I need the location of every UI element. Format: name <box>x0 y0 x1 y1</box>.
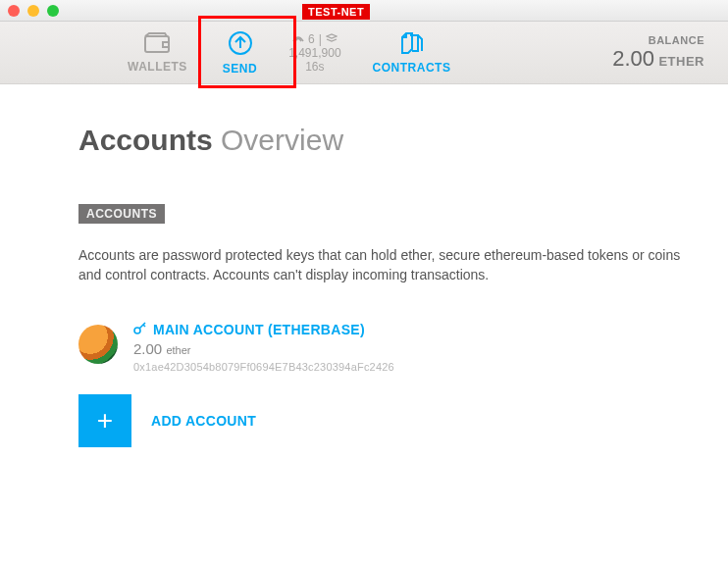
nav-wallets[interactable]: WALLETS <box>110 22 205 83</box>
minimize-window-button[interactable] <box>27 5 39 17</box>
add-account-label[interactable]: ADD ACCOUNT <box>151 413 256 429</box>
account-item[interactable]: MAIN ACCOUNT (ETHERBASE) 2.00 ether 0x1a… <box>78 321 681 373</box>
contracts-icon <box>398 31 424 59</box>
network-status: 6 | 1,491,900 16s <box>275 32 354 74</box>
main-content: Accounts Overview ACCOUNTS Accounts are … <box>0 84 728 447</box>
maximize-window-button[interactable] <box>47 5 59 17</box>
account-balance: 2.00 ether <box>133 340 681 357</box>
send-icon <box>228 30 253 60</box>
wallet-icon <box>143 32 171 58</box>
svg-rect-0 <box>145 36 169 52</box>
peer-count: 6 <box>308 32 315 46</box>
plus-icon: + <box>97 405 113 436</box>
top-toolbar: TEST-NET WALLETS SEND 6 | 1,491,900 16s <box>0 22 728 84</box>
nav-send[interactable]: SEND <box>205 22 275 83</box>
add-account-button[interactable]: + <box>78 394 131 447</box>
testnet-badge: TEST-NET <box>302 4 370 20</box>
page-title: Accounts Overview <box>78 124 681 157</box>
account-name[interactable]: MAIN ACCOUNT (ETHERBASE) <box>153 322 365 337</box>
account-avatar <box>78 325 118 364</box>
key-icon <box>133 321 147 338</box>
nav-contracts-label: CONTRACTS <box>373 61 451 75</box>
nav-contracts[interactable]: CONTRACTS <box>355 22 469 83</box>
svg-rect-1 <box>163 42 169 47</box>
account-address: 0x1ae42D3054b8079Ff0694E7B43c230394aFc24… <box>133 361 681 373</box>
layers-icon <box>326 32 338 46</box>
accounts-section-label: ACCOUNTS <box>78 204 165 224</box>
balance-amount: 2.00 <box>612 46 654 71</box>
balance-display: BALANCE 2.00 ETHER <box>612 34 728 72</box>
block-time: 16s <box>305 60 324 74</box>
block-number: 1,491,900 <box>288 46 340 60</box>
nav-wallets-label: WALLETS <box>128 60 187 74</box>
balance-label: BALANCE <box>612 34 704 46</box>
balance-unit: ETHER <box>658 54 704 69</box>
accounts-description: Accounts are password protected keys tha… <box>78 245 681 285</box>
close-window-button[interactable] <box>8 5 20 17</box>
signal-icon <box>292 32 304 46</box>
nav-send-label: SEND <box>223 62 257 76</box>
